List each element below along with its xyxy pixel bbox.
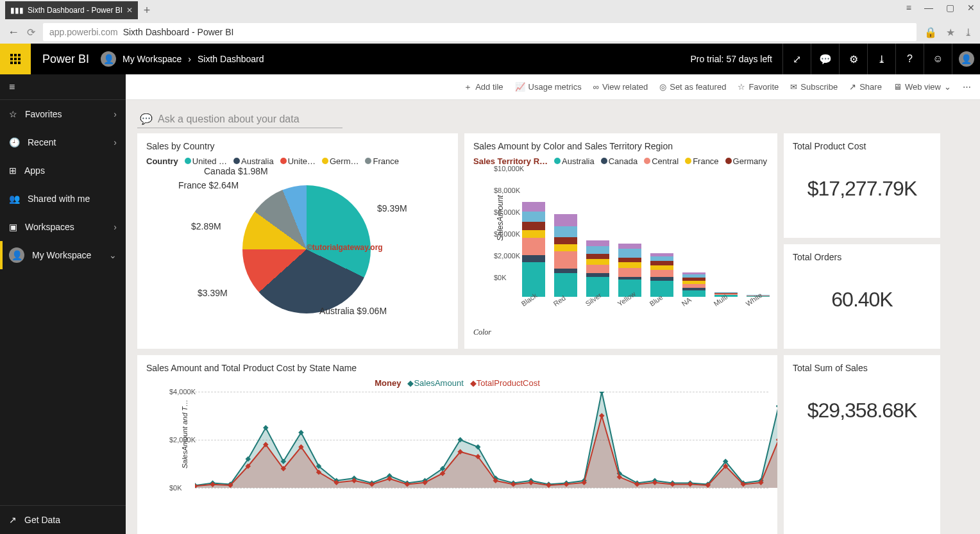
kpi-value: 60.40K	[793, 288, 931, 312]
sidebar-item-label: My Workspace	[32, 250, 91, 260]
app-launcher-button[interactable]	[0, 44, 31, 74]
qa-placeholder: Ask a question about your data	[158, 113, 300, 125]
chevron-down-icon: ⌄	[109, 250, 117, 260]
fullscreen-icon[interactable]: ⤢	[782, 44, 811, 74]
tile-kpi-orders[interactable]: Total Orders 60.40K	[784, 244, 940, 349]
getdata-icon: ↗	[9, 515, 17, 525]
pie-legend: Country United … Australia Unite… Germ… …	[146, 156, 449, 166]
tile-title: Total Product Cost	[793, 141, 931, 151]
tile-title: Total Orders	[793, 252, 931, 262]
share-icon: ↗	[849, 82, 856, 92]
brand-label: Power BI	[31, 53, 101, 66]
address-bar[interactable]: app.powerbi.com Sixth Dashboard - Power …	[43, 23, 917, 41]
tab-title: Sixth Dashboard - Power BI	[28, 6, 122, 15]
star-icon: ☆	[9, 109, 17, 119]
set-featured-button[interactable]: ◎Set as featured	[659, 82, 726, 92]
monitor-icon: 🖥	[893, 82, 902, 92]
kpi-value: $17,277.79K	[793, 177, 931, 201]
qa-input[interactable]: 💬 Ask a question about your data	[137, 112, 342, 128]
related-icon: ∞	[593, 82, 599, 92]
smile-icon[interactable]: ☺	[924, 44, 952, 74]
sidebar-item-favorites[interactable]: ☆ Favorites ›	[0, 100, 126, 128]
refresh-button[interactable]: ⟳	[27, 26, 35, 38]
view-related-button[interactable]: ∞View related	[593, 82, 648, 92]
new-tab-button[interactable]: +	[138, 1, 156, 19]
tile-title: Sales by Country	[146, 141, 449, 151]
tile-title: Sales Amount and Total Product Cost by S…	[146, 363, 768, 373]
svg-rect-33	[776, 403, 777, 408]
tile-sales-by-country[interactable]: Sales by Country Country United … Austra…	[137, 133, 458, 349]
sidebar-item-label: Favorites	[25, 109, 62, 119]
sidebar-item-label: Get Data	[24, 515, 60, 525]
line-chart: SalesAmount and T… $0K$2,000K$4,000K	[172, 392, 768, 501]
bar-chart: SalesAmount $0K$2,000K$4,000K$6,000K$8,0…	[496, 169, 768, 297]
sidebar-item-label: Workspaces	[25, 222, 74, 232]
star-icon: ☆	[738, 82, 745, 92]
clock-icon: 🕘	[9, 137, 20, 147]
target-icon: ◎	[659, 82, 666, 92]
share-icon: 👥	[9, 194, 20, 204]
chevron-right-icon: ›	[114, 109, 117, 119]
mail-icon: ✉	[790, 82, 797, 92]
line-legend: Money ◆SalesAmount ◆TotalProductCost	[146, 378, 768, 388]
svg-rect-4	[263, 425, 268, 430]
back-button[interactable]: ←	[8, 26, 19, 39]
person-icon: 👤	[101, 51, 116, 67]
crumb-workspace[interactable]: My Workspace	[122, 54, 182, 64]
trial-status: Pro trial: 57 days left	[680, 54, 782, 64]
person-icon: 👤	[9, 247, 24, 263]
share-button[interactable]: ↗Share	[849, 82, 882, 92]
watermark: ©tutorialgateway.org	[307, 243, 383, 252]
lock-icon: 🔒	[924, 26, 937, 38]
close-icon[interactable]: ✕	[126, 6, 133, 15]
browser-tab[interactable]: ▮▮▮ Sixth Dashboard - Power BI ✕	[5, 1, 138, 19]
sidebar-item-apps[interactable]: ⊞ Apps	[0, 156, 126, 185]
subscribe-button[interactable]: ✉Subscribe	[790, 82, 838, 92]
download-icon[interactable]: ⤓	[964, 26, 972, 38]
url-title: Sixth Dashboard - Power BI	[123, 27, 234, 37]
sidebar-item-recent[interactable]: 🕘 Recent ›	[0, 128, 126, 156]
more-button[interactable]: ⋯	[963, 82, 971, 92]
sidebar-item-label: Apps	[24, 165, 45, 176]
plus-icon: ＋	[464, 81, 472, 93]
avatar[interactable]: 👤	[952, 44, 980, 74]
crumb-dashboard[interactable]: Sixth Dashboard	[198, 54, 264, 64]
svg-rect-23	[599, 392, 604, 394]
usage-metrics-button[interactable]: 📈Usage metrics	[515, 82, 582, 92]
tile-sales-by-state[interactable]: Sales Amount and Total Product Cost by S…	[137, 355, 777, 534]
sidebar-toggle[interactable]: ≡	[0, 74, 126, 100]
add-tile-button[interactable]: ＋Add tile	[464, 81, 503, 93]
sidebar-item-getdata[interactable]: ↗ Get Data	[0, 506, 126, 534]
download-top-icon[interactable]: ⤓	[867, 44, 895, 74]
kpi-value: $29,358.68K	[793, 399, 931, 422]
comment-icon: 💬	[140, 113, 153, 125]
sidebar-item-label: Shared with me	[28, 194, 90, 204]
sidebar-item-myworkspace[interactable]: 👤 My Workspace ⌄	[0, 241, 126, 269]
close-window-icon[interactable]: ✕	[967, 3, 975, 13]
tile-kpi-cost[interactable]: Total Product Cost $17,277.79K	[784, 133, 940, 238]
tile-sales-by-color[interactable]: Sales Amount by Color and Sales Territor…	[464, 133, 777, 349]
breadcrumb: 👤 My Workspace › Sixth Dashboard	[101, 51, 264, 67]
sidebar-item-label: Recent	[28, 137, 56, 147]
minimize-icon[interactable]: —	[924, 3, 933, 13]
apps-icon: ⊞	[9, 165, 17, 176]
chevron-right-icon: ›	[114, 222, 117, 232]
chevron-down-icon: ⌄	[944, 82, 951, 92]
favorite-button[interactable]: ☆Favorite	[738, 82, 779, 92]
tile-kpi-sales[interactable]: Total Sum of Sales $29,358.68K	[784, 355, 940, 534]
tile-title: Total Sum of Sales	[793, 363, 931, 373]
gear-icon[interactable]: ⚙	[839, 44, 867, 74]
web-view-button[interactable]: 🖥Web view ⌄	[893, 82, 951, 92]
menu-icon[interactable]: ≡	[906, 3, 911, 13]
maximize-icon[interactable]: ▢	[946, 3, 954, 13]
sidebar-item-shared[interactable]: 👥 Shared with me	[0, 185, 126, 213]
url-host: app.powerbi.com	[49, 27, 118, 37]
workspace-icon: ▣	[9, 222, 17, 232]
metrics-icon: 📈	[515, 82, 525, 92]
chevron-right-icon: ›	[188, 54, 191, 64]
help-icon[interactable]: ?	[895, 44, 924, 74]
comment-icon[interactable]: 💬	[811, 44, 839, 74]
sidebar-item-workspaces[interactable]: ▣ Workspaces ›	[0, 213, 126, 241]
star-icon[interactable]: ★	[946, 26, 955, 38]
tile-title: Sales Amount by Color and Sales Territor…	[473, 141, 768, 151]
